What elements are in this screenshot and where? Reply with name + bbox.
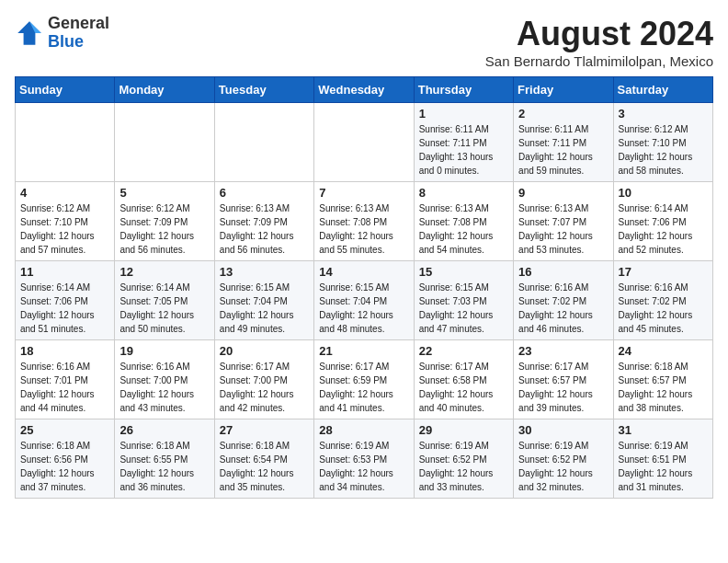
- day-number: 20: [220, 344, 309, 358]
- day-info: Sunrise: 6:15 AM Sunset: 7:04 PM Dayligh…: [319, 281, 408, 336]
- day-number: 22: [419, 344, 508, 358]
- calendar-cell: 11Sunrise: 6:14 AM Sunset: 7:06 PM Dayli…: [16, 261, 115, 340]
- day-info: Sunrise: 6:14 AM Sunset: 7:06 PM Dayligh…: [619, 201, 708, 257]
- calendar-cell: 15Sunrise: 6:15 AM Sunset: 7:03 PM Dayli…: [414, 261, 513, 340]
- day-info: Sunrise: 6:19 AM Sunset: 6:53 PM Dayligh…: [319, 439, 408, 494]
- calendar-cell: 29Sunrise: 6:19 AM Sunset: 6:52 PM Dayli…: [414, 419, 513, 499]
- day-info: Sunrise: 6:18 AM Sunset: 6:57 PM Dayligh…: [619, 360, 708, 415]
- calendar-cell: 9Sunrise: 6:13 AM Sunset: 7:07 PM Daylig…: [514, 182, 613, 261]
- logo-icon: [15, 18, 44, 48]
- calendar-cell: 17Sunrise: 6:16 AM Sunset: 7:02 PM Dayli…: [613, 261, 712, 340]
- day-info: Sunrise: 6:13 AM Sunset: 7:09 PM Dayligh…: [220, 201, 309, 257]
- calendar-cell: 20Sunrise: 6:17 AM Sunset: 7:00 PM Dayli…: [214, 340, 313, 419]
- day-number: 26: [119, 423, 209, 437]
- day-number: 12: [119, 265, 209, 279]
- day-number: 27: [220, 423, 309, 437]
- calendar-cell: 24Sunrise: 6:18 AM Sunset: 6:57 PM Dayli…: [613, 340, 712, 419]
- day-info: Sunrise: 6:19 AM Sunset: 6:51 PM Dayligh…: [619, 439, 708, 494]
- col-header-sunday: Sunday: [16, 77, 115, 103]
- day-number: 16: [518, 265, 608, 279]
- calendar-cell: [314, 103, 414, 182]
- day-number: 17: [619, 265, 708, 279]
- logo: General Blue: [15, 15, 109, 52]
- day-info: Sunrise: 6:13 AM Sunset: 7:08 PM Dayligh…: [419, 201, 508, 257]
- week-row-4: 18Sunrise: 6:16 AM Sunset: 7:01 PM Dayli…: [16, 340, 713, 419]
- day-number: 10: [619, 186, 708, 200]
- logo-general: General: [48, 14, 109, 32]
- calendar-cell: 6Sunrise: 6:13 AM Sunset: 7:09 PM Daylig…: [214, 182, 313, 261]
- day-info: Sunrise: 6:13 AM Sunset: 7:07 PM Dayligh…: [518, 201, 608, 257]
- day-number: 25: [20, 423, 109, 437]
- calendar-cell: 10Sunrise: 6:14 AM Sunset: 7:06 PM Dayli…: [613, 182, 712, 261]
- header-row: SundayMondayTuesdayWednesdayThursdayFrid…: [16, 77, 713, 103]
- day-number: 29: [419, 423, 508, 437]
- day-info: Sunrise: 6:13 AM Sunset: 7:08 PM Dayligh…: [319, 201, 408, 257]
- day-info: Sunrise: 6:16 AM Sunset: 7:02 PM Dayligh…: [619, 281, 708, 336]
- day-info: Sunrise: 6:19 AM Sunset: 6:52 PM Dayligh…: [419, 439, 508, 494]
- col-header-wednesday: Wednesday: [314, 77, 414, 103]
- calendar-cell: 5Sunrise: 6:12 AM Sunset: 7:09 PM Daylig…: [115, 182, 214, 261]
- day-number: 18: [20, 344, 109, 358]
- day-number: 30: [518, 423, 608, 437]
- day-info: Sunrise: 6:17 AM Sunset: 6:57 PM Dayligh…: [518, 360, 608, 415]
- day-info: Sunrise: 6:15 AM Sunset: 7:04 PM Dayligh…: [220, 281, 309, 336]
- calendar-cell: [214, 103, 313, 182]
- day-info: Sunrise: 6:16 AM Sunset: 7:02 PM Dayligh…: [518, 281, 608, 336]
- day-info: Sunrise: 6:11 AM Sunset: 7:11 PM Dayligh…: [518, 122, 608, 178]
- location-subtitle: San Bernardo Tlalmimilolpan, Mexico: [485, 53, 713, 69]
- day-number: 15: [419, 265, 508, 279]
- day-info: Sunrise: 6:18 AM Sunset: 6:56 PM Dayligh…: [20, 439, 109, 494]
- day-number: 8: [419, 186, 508, 200]
- week-row-2: 4Sunrise: 6:12 AM Sunset: 7:10 PM Daylig…: [16, 182, 713, 261]
- col-header-monday: Monday: [115, 77, 214, 103]
- calendar-cell: 2Sunrise: 6:11 AM Sunset: 7:11 PM Daylig…: [514, 103, 613, 182]
- calendar-cell: 8Sunrise: 6:13 AM Sunset: 7:08 PM Daylig…: [414, 182, 513, 261]
- day-info: Sunrise: 6:12 AM Sunset: 7:09 PM Dayligh…: [119, 201, 209, 257]
- week-row-3: 11Sunrise: 6:14 AM Sunset: 7:06 PM Dayli…: [16, 261, 713, 340]
- week-row-1: 1Sunrise: 6:11 AM Sunset: 7:11 PM Daylig…: [16, 103, 713, 182]
- col-header-friday: Friday: [514, 77, 613, 103]
- title-section: August 2024 San Bernardo Tlalmimilolpan,…: [485, 15, 713, 69]
- day-number: 28: [319, 423, 408, 437]
- calendar-cell: 30Sunrise: 6:19 AM Sunset: 6:52 PM Dayli…: [514, 419, 613, 499]
- col-header-thursday: Thursday: [414, 77, 513, 103]
- calendar-header: SundayMondayTuesdayWednesdayThursdayFrid…: [16, 77, 713, 103]
- calendar-cell: 31Sunrise: 6:19 AM Sunset: 6:51 PM Dayli…: [613, 419, 712, 499]
- calendar-cell: 21Sunrise: 6:17 AM Sunset: 6:59 PM Dayli…: [314, 340, 414, 419]
- day-info: Sunrise: 6:16 AM Sunset: 7:01 PM Dayligh…: [20, 360, 109, 415]
- day-info: Sunrise: 6:17 AM Sunset: 6:59 PM Dayligh…: [319, 360, 408, 415]
- day-number: 7: [319, 186, 408, 200]
- day-info: Sunrise: 6:17 AM Sunset: 6:58 PM Dayligh…: [419, 360, 508, 415]
- month-year-title: August 2024: [485, 15, 713, 53]
- day-info: Sunrise: 6:17 AM Sunset: 7:00 PM Dayligh…: [220, 360, 309, 415]
- week-row-5: 25Sunrise: 6:18 AM Sunset: 6:56 PM Dayli…: [16, 419, 713, 499]
- day-number: 13: [220, 265, 309, 279]
- day-info: Sunrise: 6:12 AM Sunset: 7:10 PM Dayligh…: [619, 122, 708, 178]
- calendar-cell: 3Sunrise: 6:12 AM Sunset: 7:10 PM Daylig…: [613, 103, 712, 182]
- day-info: Sunrise: 6:14 AM Sunset: 7:06 PM Dayligh…: [20, 281, 109, 336]
- calendar-cell: 16Sunrise: 6:16 AM Sunset: 7:02 PM Dayli…: [514, 261, 613, 340]
- calendar-cell: 14Sunrise: 6:15 AM Sunset: 7:04 PM Dayli…: [314, 261, 414, 340]
- day-number: 2: [518, 107, 608, 121]
- day-number: 11: [20, 265, 109, 279]
- calendar-cell: 13Sunrise: 6:15 AM Sunset: 7:04 PM Dayli…: [214, 261, 313, 340]
- day-info: Sunrise: 6:11 AM Sunset: 7:11 PM Dayligh…: [419, 122, 508, 178]
- calendar-cell: [16, 103, 115, 182]
- calendar-cell: 7Sunrise: 6:13 AM Sunset: 7:08 PM Daylig…: [314, 182, 414, 261]
- calendar-cell: 27Sunrise: 6:18 AM Sunset: 6:54 PM Dayli…: [214, 419, 313, 499]
- day-info: Sunrise: 6:18 AM Sunset: 6:54 PM Dayligh…: [220, 439, 309, 494]
- logo-blue: Blue: [48, 32, 84, 51]
- calendar-cell: 28Sunrise: 6:19 AM Sunset: 6:53 PM Dayli…: [314, 419, 414, 499]
- day-number: 6: [220, 186, 309, 200]
- calendar-cell: 22Sunrise: 6:17 AM Sunset: 6:58 PM Dayli…: [414, 340, 513, 419]
- day-number: 31: [619, 423, 708, 437]
- day-info: Sunrise: 6:15 AM Sunset: 7:03 PM Dayligh…: [419, 281, 508, 336]
- day-number: 4: [20, 186, 109, 200]
- day-number: 19: [119, 344, 209, 358]
- calendar-cell: 25Sunrise: 6:18 AM Sunset: 6:56 PM Dayli…: [16, 419, 115, 499]
- day-number: 24: [619, 344, 708, 358]
- day-number: 9: [518, 186, 608, 200]
- day-info: Sunrise: 6:19 AM Sunset: 6:52 PM Dayligh…: [518, 439, 608, 494]
- calendar-table: SundayMondayTuesdayWednesdayThursdayFrid…: [15, 76, 713, 499]
- day-number: 14: [319, 265, 408, 279]
